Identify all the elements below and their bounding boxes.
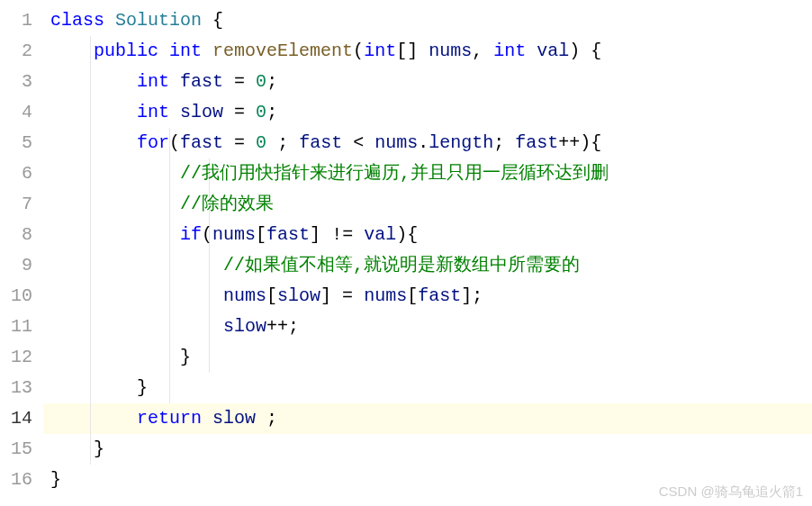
bracket-close: ] <box>461 285 472 306</box>
var-val: val <box>364 224 396 245</box>
equals-op: = <box>234 102 245 122</box>
code-line: //除的效果 <box>43 189 812 220</box>
brace-open: { <box>212 10 223 31</box>
equals-op: = <box>342 285 353 306</box>
type-int: int <box>493 41 526 61</box>
param-name: nums <box>429 41 472 61</box>
var-slow: slow <box>277 285 320 306</box>
brackets: [] <box>396 41 418 61</box>
line-number: 8 <box>7 220 32 250</box>
code-line: return slow ; <box>43 403 812 434</box>
line-number: 16 <box>7 465 32 495</box>
line-number: 6 <box>7 158 32 189</box>
number-literal: 0 <box>256 132 266 153</box>
paren-close: ) <box>396 224 407 245</box>
var-slow: slow <box>180 102 223 122</box>
bracket-close: ] <box>320 285 331 306</box>
code-editor: 1 2 3 4 5 6 7 8 9 10 11 12 13 14 15 16 c… <box>0 0 812 506</box>
code-line: //我们用快指针来进行遍历,并且只用一层循环达到删 <box>43 158 812 189</box>
semicolon: ; <box>266 102 277 122</box>
paren-close: ) <box>569 41 580 61</box>
code-line: public int removeElement(int[] nums, int… <box>43 36 812 67</box>
var-nums: nums <box>223 285 266 306</box>
number-literal: 0 <box>256 102 266 122</box>
watermark: CSDN @骑乌龟追火箭1 <box>659 483 803 501</box>
code-line: int fast = 0; <box>43 67 812 97</box>
semicolon: ; <box>266 71 277 92</box>
var-fast: fast <box>266 224 310 245</box>
line-number: 7 <box>7 189 32 220</box>
not-equal-op: != <box>331 224 353 245</box>
var-slow: slow <box>212 408 256 429</box>
increment-op: ++ <box>558 132 580 153</box>
line-number-gutter: 1 2 3 4 5 6 7 8 9 10 11 12 13 14 15 16 <box>0 0 43 506</box>
number-literal: 0 <box>256 71 266 92</box>
keyword-return: return <box>137 408 202 429</box>
code-line: class Solution { <box>43 5 812 36</box>
bracket-open: [ <box>407 285 418 306</box>
var-fast: fast <box>418 285 461 306</box>
keyword-public: public <box>94 41 158 61</box>
code-line: } <box>43 434 812 465</box>
var-slow: slow <box>223 316 266 337</box>
comment: //除的效果 <box>180 194 274 214</box>
keyword-class: class <box>50 10 104 31</box>
param-name: val <box>537 41 569 61</box>
type-int: int <box>137 102 169 122</box>
line-number: 11 <box>7 312 32 342</box>
line-number: 12 <box>7 342 32 373</box>
paren-open: ( <box>202 224 212 245</box>
var-fast: fast <box>180 71 223 92</box>
var-nums: nums <box>212 224 256 245</box>
brace-open: { <box>591 41 601 61</box>
code-line: if(nums[fast] != val){ <box>43 220 812 250</box>
brace-close: } <box>50 469 61 490</box>
paren-close: ) <box>580 132 591 153</box>
dot-op: . <box>418 132 429 153</box>
line-number: 2 <box>7 36 32 67</box>
prop-length: length <box>429 132 493 153</box>
bracket-open: [ <box>256 224 266 245</box>
line-number: 13 <box>7 373 32 403</box>
line-number: 3 <box>7 67 32 97</box>
brace-open: { <box>407 224 418 245</box>
code-line: for(fast = 0 ; fast < nums.length; fast+… <box>43 128 812 158</box>
line-number: 10 <box>7 281 32 312</box>
equals-op: = <box>234 132 245 153</box>
semicolon: ; <box>266 408 277 429</box>
code-line: int slow = 0; <box>43 97 812 128</box>
code-line: slow++; <box>43 312 812 342</box>
comma: , <box>472 41 483 61</box>
line-number: 4 <box>7 97 32 128</box>
line-number: 5 <box>7 128 32 158</box>
line-number: 15 <box>7 434 32 465</box>
paren-open: ( <box>169 132 180 153</box>
type-int: int <box>169 41 202 61</box>
comment: //如果值不相等,就说明是新数组中所需要的 <box>223 255 580 276</box>
brace-close: } <box>94 438 104 459</box>
code-line: } <box>43 342 812 373</box>
var-nums: nums <box>374 132 418 153</box>
keyword-for: for <box>137 132 169 153</box>
bracket-close: ] <box>310 224 320 245</box>
paren-open: ( <box>353 41 364 61</box>
brace-close: } <box>137 377 148 398</box>
keyword-if: if <box>180 224 202 245</box>
less-than-op: < <box>353 132 364 153</box>
increment-op: ++ <box>266 316 288 337</box>
line-number-current: 14 <box>7 403 32 434</box>
brace-close: } <box>180 347 191 367</box>
semicolon: ; <box>288 316 299 337</box>
code-area[interactable]: class Solution { public int removeElemen… <box>43 0 812 506</box>
class-name: Solution <box>115 10 202 31</box>
semicolon: ; <box>493 132 504 153</box>
method-name: removeElement <box>212 41 353 61</box>
var-fast: fast <box>299 132 342 153</box>
type-int: int <box>364 41 396 61</box>
var-nums: nums <box>364 285 407 306</box>
var-fast: fast <box>515 132 558 153</box>
comment: //我们用快指针来进行遍历,并且只用一层循环达到删 <box>180 163 609 184</box>
code-line: nums[slow] = nums[fast]; <box>43 281 812 312</box>
code-line: //如果值不相等,就说明是新数组中所需要的 <box>43 250 812 281</box>
code-line: } <box>43 373 812 403</box>
